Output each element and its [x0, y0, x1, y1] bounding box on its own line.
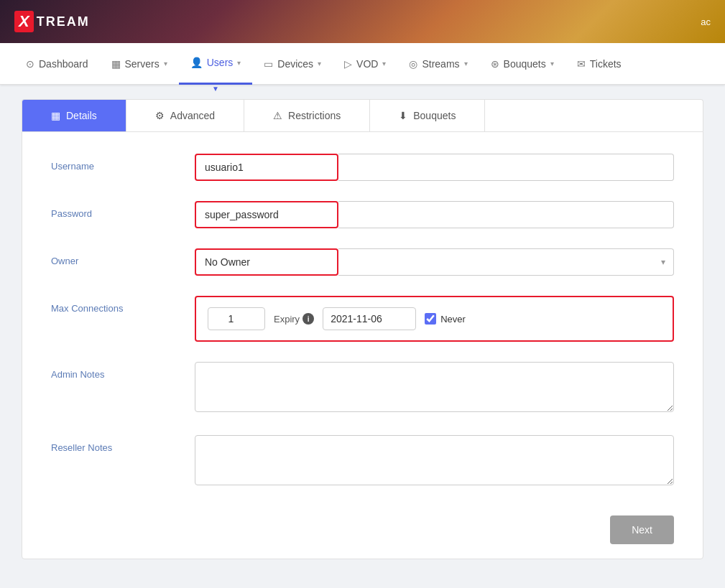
main-nav: ⊙ Dashboard ▦ Servers ▾ 👤 Users ▾ ▭ Devi… — [0, 43, 725, 85]
max-connections-row: Max Connections Expiry i Never — [51, 296, 674, 342]
admin-notes-field — [195, 362, 674, 415]
owner-row: Owner No Owner ▾ — [51, 248, 674, 276]
expiry-label: Expiry i — [274, 313, 314, 325]
bouquets-icon: ⊛ — [491, 58, 499, 70]
username-field — [195, 154, 674, 181]
nav-label-streams: Streams — [422, 58, 459, 70]
nav-label-vod: VOD — [356, 58, 378, 70]
form-container: Username Password Owner — [22, 131, 703, 559]
dashboard-icon: ⊙ — [26, 58, 34, 70]
main-content: ▦ Details ⚙ Advanced ⚠ Restrictions ⬇ Bo… — [0, 85, 725, 574]
tab-strip: ▦ Details ⚙ Advanced ⚠ Restrictions ⬇ Bo… — [22, 99, 703, 131]
owner-field: No Owner ▾ — [195, 248, 674, 276]
nav-item-streams[interactable]: ◎ Streams ▾ — [397, 43, 479, 85]
restrictions-tab-icon: ⚠ — [273, 110, 282, 121]
nav-label-users: Users — [207, 57, 234, 68]
tab-advanced[interactable]: ⚙ Advanced — [126, 100, 244, 131]
never-checkbox[interactable] — [425, 313, 436, 325]
password-input-remainder[interactable] — [338, 201, 674, 228]
nav-item-vod[interactable]: ▷ VOD ▾ — [333, 43, 397, 85]
tab-advanced-label: Advanced — [170, 110, 215, 121]
admin-notes-row: Admin Notes — [51, 362, 674, 415]
nav-label-bouquets: Bouquets — [504, 58, 546, 70]
reseller-notes-textarea[interactable] — [195, 435, 674, 485]
bouquets-arrow: ▾ — [550, 60, 554, 67]
nav-label-tickets: Tickets — [590, 58, 622, 70]
max-connections-input[interactable] — [208, 307, 265, 330]
tab-details[interactable]: ▦ Details — [22, 100, 126, 131]
nav-item-tickets[interactable]: ✉ Tickets — [565, 43, 633, 85]
vod-arrow: ▾ — [382, 60, 386, 67]
nav-label-servers: Servers — [125, 58, 160, 70]
nav-label-dashboard: Dashboard — [39, 58, 88, 70]
owner-select[interactable]: No Owner — [195, 248, 338, 276]
owner-select-remainder[interactable] — [338, 248, 674, 276]
username-input-remainder[interactable] — [338, 154, 674, 181]
tickets-icon: ✉ — [577, 58, 586, 70]
password-row: Password — [51, 201, 674, 228]
reseller-notes-field — [195, 435, 674, 488]
username-label: Username — [51, 154, 195, 172]
nav-item-devices[interactable]: ▭ Devices ▾ — [252, 43, 333, 85]
password-label: Password — [51, 201, 195, 219]
username-input[interactable] — [195, 154, 338, 181]
admin-notes-textarea[interactable] — [195, 362, 674, 412]
bouquets-tab-icon: ⬇ — [399, 110, 407, 121]
devices-icon: ▭ — [264, 58, 273, 70]
admin-notes-label: Admin Notes — [51, 362, 195, 380]
form-footer: Next — [51, 508, 674, 544]
servers-icon: ▦ — [111, 58, 121, 70]
expiry-date-input[interactable] — [323, 307, 416, 330]
tab-bouquets-label: Bouquets — [413, 110, 456, 121]
expiry-info-icon[interactable]: i — [303, 313, 314, 325]
nav-label-devices: Devices — [277, 58, 313, 70]
tab-bouquets[interactable]: ⬇ Bouquets — [370, 100, 485, 131]
streams-icon: ◎ — [409, 58, 417, 70]
logo[interactable]: X TREAM — [14, 11, 90, 32]
header: X TREAM ac — [0, 0, 725, 43]
tab-restrictions[interactable]: ⚠ Restrictions — [244, 100, 370, 131]
tab-details-label: Details — [66, 110, 97, 121]
max-connections-field: Expiry i Never — [195, 296, 674, 342]
logo-text: TREAM — [37, 14, 90, 29]
connections-group: Expiry i Never — [195, 296, 674, 342]
logo-x: X — [14, 11, 34, 32]
nav-item-users[interactable]: 👤 Users ▾ — [179, 43, 253, 85]
users-arrow: ▾ — [237, 59, 241, 67]
never-label: Never — [440, 314, 466, 325]
tab-restrictions-label: Restrictions — [288, 110, 341, 121]
max-connections-label: Max Connections — [51, 296, 195, 314]
owner-wrapper: No Owner ▾ — [195, 248, 674, 276]
servers-arrow: ▾ — [164, 60, 167, 67]
nav-item-servers[interactable]: ▦ Servers ▾ — [100, 43, 179, 85]
nav-item-bouquets[interactable]: ⊛ Bouquets ▾ — [479, 43, 565, 85]
next-button[interactable]: Next — [610, 515, 674, 544]
streams-arrow: ▾ — [464, 60, 468, 67]
details-tab-icon: ▦ — [51, 110, 60, 121]
reseller-notes-row: Reseller Notes — [51, 435, 674, 488]
password-input[interactable] — [195, 201, 338, 228]
expiry-label-text: Expiry — [274, 314, 300, 325]
advanced-tab-icon: ⚙ — [155, 110, 165, 121]
owner-label: Owner — [51, 248, 195, 266]
never-group: Never — [425, 313, 466, 325]
password-field — [195, 201, 674, 228]
vod-icon: ▷ — [344, 58, 352, 70]
header-user: ac — [701, 17, 711, 27]
users-icon: 👤 — [190, 57, 203, 68]
devices-arrow: ▾ — [318, 60, 321, 67]
nav-item-dashboard[interactable]: ⊙ Dashboard — [14, 43, 100, 85]
username-row: Username — [51, 154, 674, 181]
reseller-notes-label: Reseller Notes — [51, 435, 195, 453]
